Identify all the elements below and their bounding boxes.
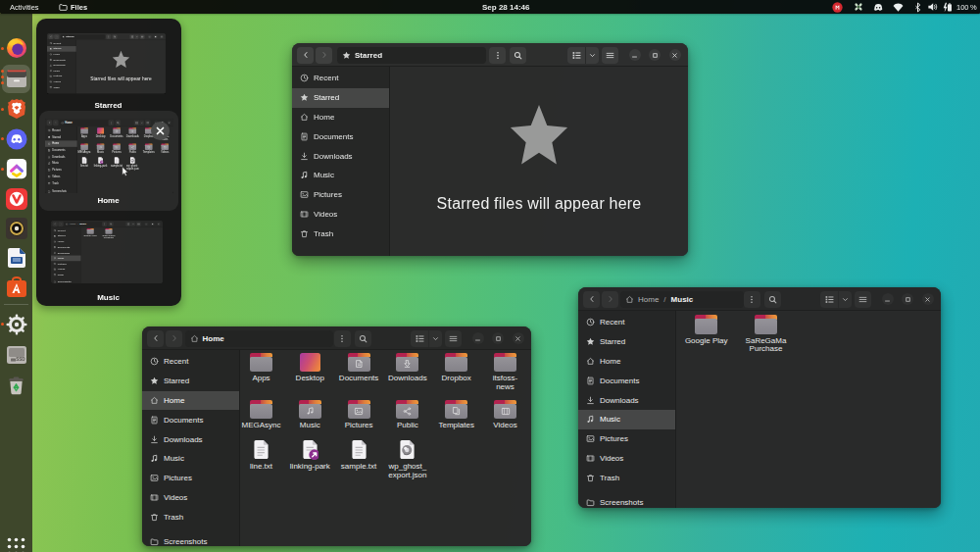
svg-text:SSD: SSD (16, 357, 25, 362)
